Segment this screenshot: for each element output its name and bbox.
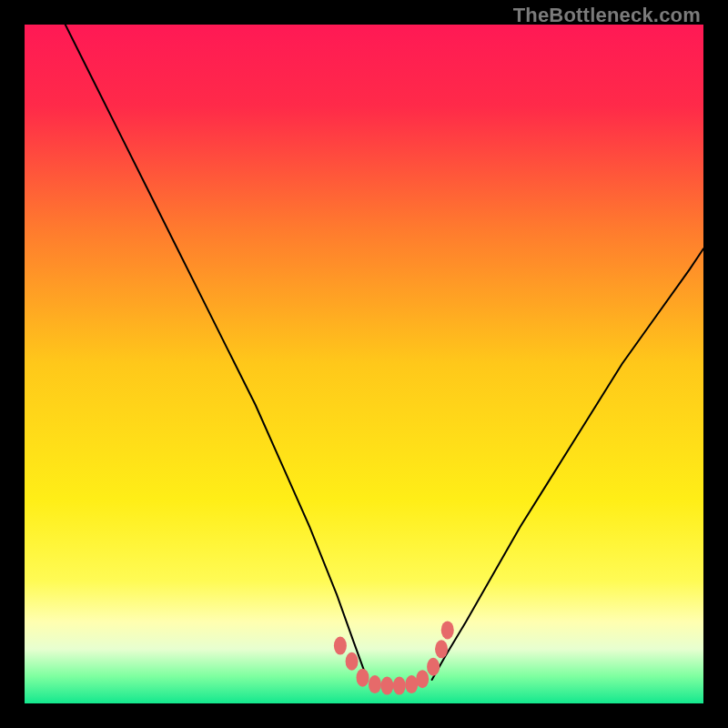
valley-marker bbox=[427, 658, 440, 676]
attribution-text: TheBottleneck.com bbox=[513, 4, 701, 27]
gradient-background bbox=[25, 25, 703, 703]
valley-marker bbox=[416, 670, 429, 688]
valley-marker bbox=[380, 677, 393, 695]
valley-marker bbox=[357, 669, 369, 687]
valley-marker bbox=[369, 675, 381, 693]
valley-marker bbox=[441, 621, 454, 639]
valley-marker bbox=[393, 677, 406, 695]
chart-frame: TheBottleneck.com bbox=[0, 0, 728, 728]
valley-marker bbox=[346, 652, 359, 671]
valley-marker bbox=[405, 675, 418, 693]
chart-svg bbox=[25, 25, 703, 703]
valley-marker bbox=[435, 640, 448, 658]
valley-marker bbox=[334, 637, 347, 655]
plot-area bbox=[25, 25, 703, 703]
